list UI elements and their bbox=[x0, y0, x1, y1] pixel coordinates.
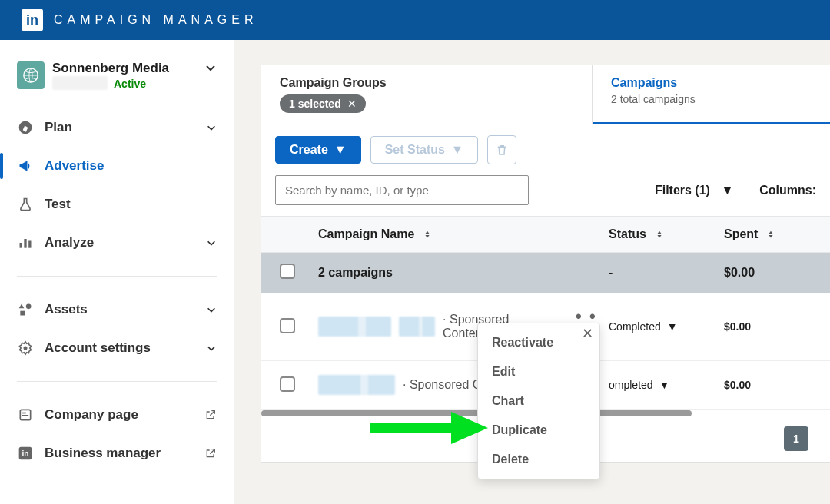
svg-text:in: in bbox=[22, 449, 29, 458]
table-header: Campaign Name Status Spent bbox=[261, 216, 830, 253]
summary-row: 2 campaigns - $0.00 bbox=[261, 253, 830, 293]
account-status: Active bbox=[114, 78, 146, 90]
chevron-down-icon bbox=[206, 304, 217, 315]
button-label: Set Status bbox=[385, 143, 445, 157]
cmenu-edit[interactable]: Edit bbox=[478, 357, 599, 386]
caret-down-icon: ▼ bbox=[721, 184, 733, 197]
scrollbar-thumb[interactable] bbox=[261, 410, 692, 416]
svg-rect-3 bbox=[24, 239, 26, 248]
col-label: Spent bbox=[724, 227, 758, 241]
caret-down-icon: ▼ bbox=[659, 379, 670, 391]
context-menu: ✕ Reactivate Edit Chart Duplicate Delete bbox=[477, 323, 600, 479]
cmenu-duplicate[interactable]: Duplicate bbox=[478, 416, 599, 445]
nav-label: Advertise bbox=[45, 158, 104, 174]
close-icon[interactable]: ✕ bbox=[347, 98, 357, 110]
shapes-icon bbox=[17, 301, 34, 318]
selected-chip[interactable]: 1 selected ✕ bbox=[280, 94, 366, 113]
redacted-name bbox=[318, 317, 391, 337]
nav-advertise[interactable]: Advertise bbox=[0, 147, 234, 185]
chevron-down-icon bbox=[206, 122, 217, 133]
col-label: Campaign Name bbox=[318, 227, 414, 241]
select-all-checkbox[interactable] bbox=[280, 264, 295, 279]
caret-down-icon: ▼ bbox=[451, 143, 463, 157]
redacted-account-id bbox=[52, 76, 108, 90]
sidebar: Sonnenberg Media Active Plan Advertise bbox=[0, 40, 234, 504]
nav-account-settings[interactable]: Account settings bbox=[0, 329, 234, 367]
account-switcher[interactable]: Sonnenberg Media Active bbox=[0, 61, 234, 108]
page-1-button[interactable]: 1 bbox=[784, 426, 808, 451]
col-status[interactable]: Status bbox=[609, 227, 724, 241]
summary-name: 2 campaigns bbox=[314, 266, 609, 280]
nav: Plan Advertise Test Analyze Assets bbox=[0, 108, 234, 472]
top-bar: in CAMPAIGN MANAGER bbox=[0, 0, 830, 40]
tab-title: Campaigns bbox=[611, 76, 812, 90]
row-checkbox[interactable] bbox=[280, 318, 295, 333]
tab-campaign-groups[interactable]: Campaign Groups 1 selected ✕ bbox=[261, 65, 592, 124]
nav-company-page[interactable]: Company page bbox=[0, 396, 234, 434]
col-campaign-name[interactable]: Campaign Name bbox=[314, 227, 609, 241]
separator bbox=[17, 276, 217, 277]
cmenu-chart[interactable]: Chart bbox=[478, 386, 599, 416]
nav-label: Account settings bbox=[45, 340, 151, 356]
nav-label: Assets bbox=[45, 302, 88, 317]
columns-label: Columns: bbox=[759, 184, 816, 197]
svg-rect-6 bbox=[20, 310, 25, 315]
tab-title: Campaign Groups bbox=[280, 76, 573, 90]
search-input[interactable] bbox=[275, 175, 529, 205]
col-label: Status bbox=[609, 227, 646, 241]
filters-button[interactable]: Filters (1) ▼ bbox=[655, 184, 733, 197]
app-title: CAMPAIGN MANAGER bbox=[54, 13, 258, 27]
caret-down-icon: ▼ bbox=[334, 143, 347, 157]
status-value: ompleted bbox=[609, 379, 653, 391]
caret-down-icon: ▼ bbox=[667, 320, 678, 333]
linkedin-logo: in bbox=[22, 9, 43, 31]
compass-icon bbox=[17, 119, 34, 136]
megaphone-icon bbox=[17, 158, 34, 174]
summary-status: - bbox=[609, 266, 724, 280]
svg-point-7 bbox=[24, 346, 28, 350]
toolbar: Create ▼ Set Status ▼ bbox=[261, 124, 830, 164]
external-link-icon bbox=[204, 409, 217, 421]
nav-label: Test bbox=[45, 197, 71, 212]
nav-label: Analyze bbox=[45, 235, 94, 250]
main: Campaign Groups 1 selected ✕ Campaigns 2… bbox=[234, 40, 830, 504]
redacted-name bbox=[399, 317, 435, 337]
nav-analyze[interactable]: Analyze bbox=[0, 224, 234, 262]
tab-campaigns[interactable]: Campaigns 2 total campaigns bbox=[592, 65, 830, 124]
tab-subtitle: 2 total campaigns bbox=[611, 93, 812, 105]
row-checkbox[interactable] bbox=[280, 376, 295, 392]
summary-spent: $0.00 bbox=[724, 266, 816, 280]
chevron-down-icon bbox=[204, 61, 217, 74]
spent-value: $0.00 bbox=[724, 320, 816, 333]
gear-icon bbox=[17, 340, 34, 356]
filters-area: Filters (1) ▼ Columns: bbox=[655, 184, 816, 197]
linkedin-icon: in bbox=[17, 445, 34, 462]
columns-button[interactable]: Columns: bbox=[759, 184, 816, 197]
status-cell[interactable]: ompleted ▼ bbox=[609, 379, 724, 391]
nav-label: Plan bbox=[45, 120, 72, 135]
tabs: Campaign Groups 1 selected ✕ Campaigns 2… bbox=[261, 65, 830, 124]
create-button[interactable]: Create ▼ bbox=[275, 136, 361, 164]
nav-test[interactable]: Test bbox=[0, 185, 234, 224]
sort-icon bbox=[654, 229, 665, 240]
nav-label: Business manager bbox=[45, 446, 161, 461]
status-cell[interactable]: Completed ▼ bbox=[609, 320, 724, 333]
separator bbox=[17, 381, 217, 382]
nav-business-manager[interactable]: in Business manager bbox=[0, 434, 234, 472]
nav-label: Company page bbox=[45, 407, 138, 423]
trash-icon bbox=[495, 143, 509, 157]
set-status-button[interactable]: Set Status ▼ bbox=[370, 136, 478, 164]
close-icon[interactable]: ✕ bbox=[582, 325, 593, 342]
filters-label: Filters (1) bbox=[655, 184, 710, 197]
globe-icon bbox=[22, 67, 39, 84]
nav-plan[interactable]: Plan bbox=[0, 108, 234, 147]
col-spent[interactable]: Spent bbox=[724, 227, 816, 241]
cmenu-delete[interactable]: Delete bbox=[478, 445, 599, 474]
flask-icon bbox=[17, 196, 34, 213]
delete-button[interactable] bbox=[487, 135, 516, 164]
nav-assets[interactable]: Assets bbox=[0, 290, 234, 329]
svg-point-5 bbox=[26, 303, 32, 309]
chevron-down-icon bbox=[206, 237, 217, 248]
chip-label: 1 selected bbox=[289, 98, 341, 110]
svg-rect-10 bbox=[22, 415, 28, 416]
